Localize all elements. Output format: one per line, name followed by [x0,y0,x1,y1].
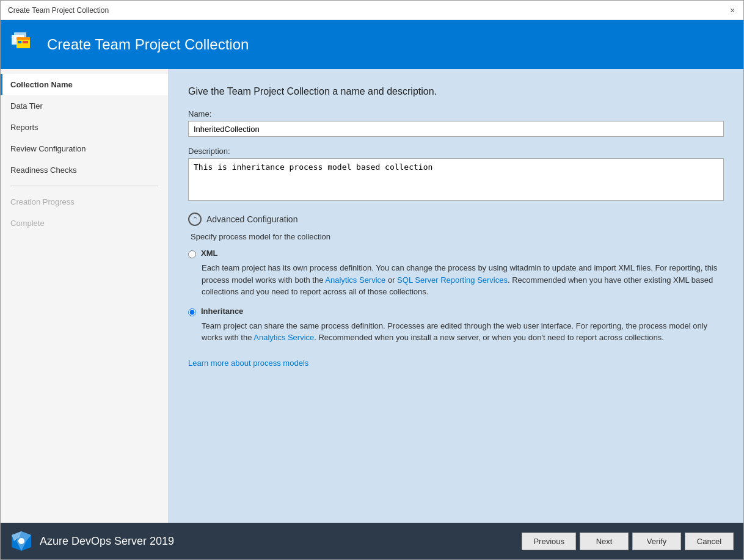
sidebar-item-readiness-checks[interactable]: Readiness Checks [1,159,168,181]
name-field-group: Name: [188,109,724,137]
window-close-button[interactable]: × [726,4,739,16]
inheritance-desc-text-2: . Recommended when you install a new ser… [314,333,664,342]
title-bar: Create Team Project Collection × [1,1,743,20]
main-heading: Give the Team Project Collection a name … [188,86,724,97]
description-input[interactable] [188,158,724,201]
chevron-circle-icon: ⌃ [188,213,202,226]
inheritance-radio-description: Team project can share the same process … [202,320,724,344]
verify-button[interactable]: Verify [632,533,681,550]
xml-radio-row: XML [188,249,724,258]
cancel-button[interactable]: Cancel [685,533,734,550]
svg-rect-5 [23,41,28,43]
azure-devops-logo [10,530,32,552]
description-label: Description: [188,147,724,156]
sidebar-item-creation-progress: Creation Progress [1,191,168,213]
sidebar-item-review-configuration[interactable]: Review Configuration [1,138,168,159]
advanced-config-toggle[interactable]: ⌃ Advanced Configuration [188,213,724,226]
process-model-subtitle: Specify process model for the collection [188,232,724,241]
sidebar-divider [10,186,158,186]
analytics-service-link-xml[interactable]: Analytics Service [325,275,385,285]
xml-radio-group: XML Each team project has its own proces… [188,249,724,298]
svg-point-9 [18,538,24,544]
footer: Azure DevOps Server 2019 Previous Next V… [1,523,743,559]
inheritance-radio-input[interactable] [188,308,196,316]
inheritance-radio-label[interactable]: Inheritance [201,307,243,316]
window-title: Create Team Project Collection [8,6,109,15]
body: Collection Name Data Tier Reports Review… [1,69,743,523]
footer-product-name: Azure DevOps Server 2019 [40,535,174,548]
main-window: Create Team Project Collection × Create … [0,0,744,560]
xml-radio-label[interactable]: XML [201,249,217,258]
inheritance-radio-group: Inheritance Team project can share the s… [188,307,724,344]
footer-brand: Azure DevOps Server 2019 [10,530,174,552]
next-button[interactable]: Next [580,533,629,550]
sidebar: Collection Name Data Tier Reports Review… [1,69,169,523]
footer-buttons: Previous Next Verify Cancel [522,533,734,550]
xml-radio-input[interactable] [188,250,196,258]
sidebar-item-reports[interactable]: Reports [1,117,168,138]
xml-radio-description: Each team project has its own process de… [202,262,724,298]
learn-more-link[interactable]: Learn more about process models [188,358,308,368]
sidebar-item-collection-name[interactable]: Collection Name [1,74,168,95]
svg-rect-4 [18,41,21,43]
sidebar-item-complete: Complete [1,213,168,234]
previous-button[interactable]: Previous [522,533,576,550]
description-field-group: Description: [188,147,724,203]
learn-more-section: Learn more about process models [188,358,724,368]
sql-reporting-services-link[interactable]: SQL Server Reporting Services [397,275,508,285]
name-input[interactable] [188,121,724,137]
advanced-config-label: Advanced Configuration [206,214,297,224]
analytics-service-link-inheritance[interactable]: Analytics Service [253,333,314,342]
main-content: Give the Team Project Collection a name … [169,69,743,523]
svg-rect-3 [16,37,30,40]
xml-desc-text-2: or [385,275,397,285]
header-title: Create Team Project Collection [47,36,249,53]
header-icon [10,30,40,59]
header-banner: Create Team Project Collection [1,20,743,69]
name-label: Name: [188,109,724,118]
chevron-up-icon: ⌃ [192,216,198,223]
sidebar-item-data-tier[interactable]: Data Tier [1,95,168,117]
inheritance-radio-row: Inheritance [188,307,724,316]
